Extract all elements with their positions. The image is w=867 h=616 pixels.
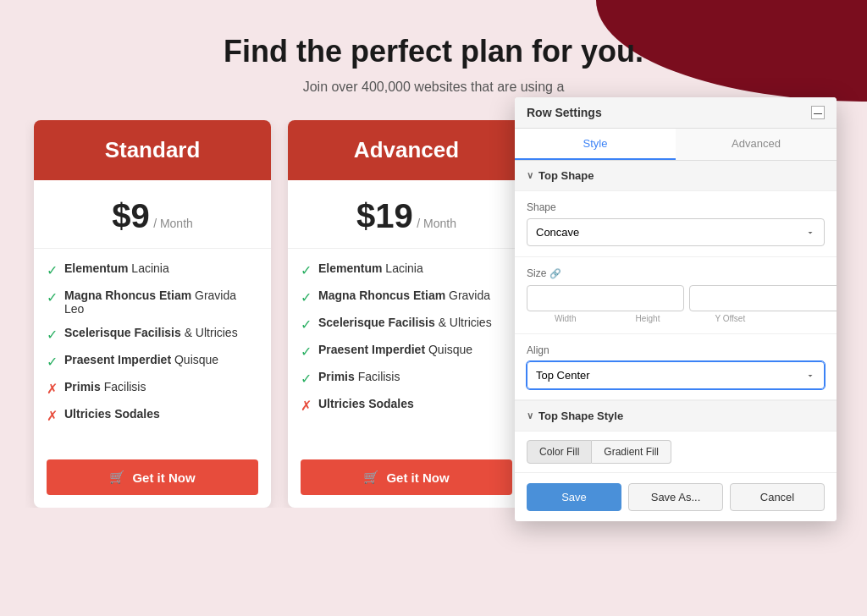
check-icon: ✓ [301, 344, 312, 360]
pricing-card-standard: Standard $9 / Month ✓ Elementum Lacinia … [34, 120, 271, 508]
size-width-input[interactable] [527, 285, 684, 311]
feature-desc: Quisque [171, 353, 218, 366]
card-name: Advanced [305, 137, 508, 163]
shape-select[interactable]: Concave None Convex Wave Triangle [527, 218, 825, 246]
size-field-group: Size 🔗 px % em Width Height Y Offset [515, 257, 837, 334]
cta-label: Get it Now [132, 470, 195, 485]
check-icon: ✓ [47, 289, 58, 305]
size-inputs-row: px % em [527, 284, 825, 311]
cancel-button[interactable]: Cancel [730, 483, 825, 511]
top-shape-style-section-label: Top Shape Style [538, 410, 623, 422]
feature-label: Primis [318, 370, 355, 383]
card-header: Advanced [288, 120, 525, 180]
top-shape-style-chevron-icon: ∨ [527, 410, 533, 421]
feature-desc: Lacinia [382, 261, 422, 275]
yoffset-label: Y Offset [692, 314, 769, 323]
check-icon: ✓ [301, 289, 312, 305]
feature-label: Ultricies Sodales [318, 397, 414, 410]
feature-item: ✗ Ultricies Sodales [47, 407, 258, 424]
feature-desc: & Ultricies [435, 316, 492, 329]
shape-field-group: Shape Concave None Convex Wave Triangle [515, 191, 837, 257]
card-features: ✓ Elementum Lacinia ✓ Magna Rhoncus Etia… [288, 249, 525, 447]
cart-icon: 🛒 [363, 470, 379, 485]
align-select[interactable]: Top Center Top Left Top Right Bottom Lef… [527, 361, 825, 389]
cross-icon: ✗ [47, 381, 58, 397]
page-title: Find the perfect plan for you. [25, 34, 842, 69]
feature-item: ✓ Magna Rhoncus Etiam Gravida Leo [47, 289, 258, 316]
height-label: Height [609, 314, 686, 323]
get-now-button[interactable]: 🛒 Get it Now [47, 459, 258, 495]
check-icon: ✓ [47, 262, 58, 278]
get-now-button[interactable]: 🛒 Get it Now [301, 459, 512, 495]
tab-advanced[interactable]: Advanced [676, 129, 837, 160]
price-amount: $19 [356, 197, 413, 234]
feature-label: Scelerisque Facilisis [64, 326, 181, 339]
cross-icon: ✗ [47, 408, 58, 424]
panel-footer: Save Save As... Cancel [515, 472, 837, 521]
feature-desc: Lacinia [128, 261, 168, 275]
check-icon: ✓ [301, 371, 312, 387]
panel-title: Row Settings [527, 106, 602, 119]
size-link-icon: 🔗 [549, 268, 561, 279]
top-shape-section-header[interactable]: ∨ Top Shape [515, 161, 837, 191]
feature-item: ✓ Scelerisque Facilisis & Ultricies [301, 316, 512, 333]
panel-tabs: Style Advanced [515, 129, 837, 161]
shape-field-label: Shape [527, 201, 825, 213]
top-shape-section-label: Top Shape [538, 169, 594, 182]
price-period: / Month [417, 217, 456, 230]
cross-icon: ✗ [301, 398, 312, 414]
feature-item: ✓ Magna Rhoncus Etiam Gravida [301, 289, 512, 305]
feature-item: ✓ Praesent Imperdiet Quisque [301, 343, 512, 360]
feature-label: Praesent Imperdiet [64, 353, 171, 366]
feature-desc: Facilisis [355, 370, 400, 383]
feature-label: Elementum [64, 261, 128, 275]
card-features: ✓ Elementum Lacinia ✓ Magna Rhoncus Etia… [34, 249, 271, 447]
feature-label: Ultricies Sodales [64, 407, 160, 421]
color-fill-button[interactable]: Color Fill [527, 440, 592, 464]
card-footer: 🛒 Get it Now [288, 447, 525, 508]
card-price: $19 / Month [288, 180, 525, 249]
card-name: Standard [51, 137, 254, 163]
tab-style[interactable]: Style [515, 129, 676, 160]
check-icon: ✓ [47, 327, 58, 343]
card-header: Standard [34, 120, 271, 180]
size-labels-row: Width Height Y Offset [527, 314, 825, 323]
panel-header: Row Settings — [515, 97, 837, 129]
top-shape-style-section-header[interactable]: ∨ Top Shape Style [515, 400, 837, 432]
feature-item: ✗ Ultricies Sodales [301, 397, 512, 414]
feature-label: Magna Rhoncus Etiam [318, 289, 445, 302]
card-price: $9 / Month [34, 180, 271, 249]
cart-icon: 🛒 [109, 470, 125, 485]
pricing-card-advanced: Advanced $19 / Month ✓ Elementum Lacinia… [288, 120, 525, 508]
feature-desc: Quisque [425, 343, 472, 356]
feature-desc: Facilisis [101, 380, 146, 393]
save-button[interactable]: Save [527, 483, 621, 511]
panel-minimize-button[interactable]: — [811, 106, 825, 119]
feature-label: Scelerisque Facilisis [318, 316, 435, 329]
feature-item: ✓ Primis Facilisis [301, 370, 512, 387]
save-as-button[interactable]: Save As... [628, 483, 723, 511]
feature-label: Elementum [318, 261, 382, 275]
price-amount: $9 [112, 197, 150, 234]
feature-item: ✓ Elementum Lacinia [47, 261, 258, 278]
row-settings-panel: Row Settings — Style Advanced ∨ Top Shap… [515, 97, 837, 521]
check-icon: ✓ [47, 354, 58, 370]
card-footer: 🛒 Get it Now [34, 447, 271, 508]
fill-buttons-group: Color Fill Gradient Fill [515, 432, 837, 472]
feature-label: Magna Rhoncus Etiam [64, 289, 191, 302]
feature-item: ✓ Praesent Imperdiet Quisque [47, 353, 258, 370]
check-icon: ✓ [301, 316, 312, 333]
check-icon: ✓ [301, 262, 312, 278]
top-shape-chevron-icon: ∨ [527, 170, 533, 181]
feature-desc: Gravida [445, 289, 490, 302]
feature-label: Primis [64, 380, 101, 393]
width-label: Width [527, 314, 604, 323]
gradient-fill-button[interactable]: Gradient Fill [592, 440, 671, 464]
size-field-label: Size 🔗 [527, 267, 825, 279]
feature-desc: & Ultricies [181, 326, 238, 339]
page-subtitle: Join over 400,000 websites that are usin… [25, 80, 842, 95]
feature-item: ✓ Scelerisque Facilisis & Ultricies [47, 326, 258, 343]
size-height-input[interactable] [689, 285, 837, 311]
align-field-group: Align Top Center Top Left Top Right Bott… [515, 334, 837, 400]
feature-item: ✗ Primis Facilisis [47, 380, 258, 397]
